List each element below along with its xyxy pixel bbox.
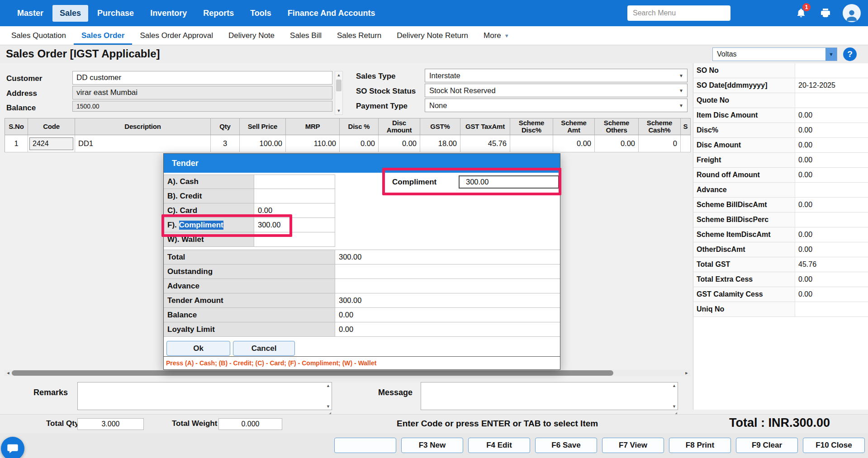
summary-row-value [795, 63, 868, 78]
subnav-tab-sales-bill[interactable]: Sales Bill [282, 26, 329, 45]
subnav-tab-sales-order[interactable]: Sales Order [74, 26, 132, 45]
payment-type-select[interactable]: None ▼ [425, 99, 688, 112]
subnav-tab-sales-order-approval[interactable]: Sales Order Approval [132, 26, 221, 45]
help-button[interactable]: ? [843, 47, 857, 61]
user-avatar[interactable] [843, 4, 861, 22]
chat-widget-button[interactable] [1, 437, 24, 458]
summary-row-value [795, 183, 868, 197]
footer-button-f6-save[interactable]: F6 Save [535, 438, 597, 453]
summary-row-label: Freight [693, 153, 795, 167]
cell-mrp[interactable]: 110.00 [286, 135, 340, 152]
cell-scheme-disc[interactable] [510, 135, 553, 152]
tender-shortcut-hint: Press (A) - Cash; (B) - Credit; (C) - Ca… [164, 356, 560, 369]
footer-button-empty[interactable] [334, 438, 396, 453]
column-header-scheme-cash: Scheme Cash% [639, 118, 681, 135]
cell-scheme-amt[interactable]: 0.00 [553, 135, 595, 152]
subnav-tab-label: Delivery Note [228, 31, 275, 40]
cell-disc-amount[interactable]: 0.00 [379, 135, 420, 152]
payment-type-label: Payment Type [356, 102, 408, 111]
tender-payment-value[interactable] [254, 232, 335, 247]
balance-field: 1500.00 [72, 101, 332, 112]
sales-type-select[interactable]: Interstate ▼ [425, 69, 688, 82]
scroll-down-icon[interactable]: ▼ [335, 107, 342, 114]
topnav-item-reports[interactable]: Reports [196, 5, 241, 22]
ok-button[interactable]: Ok [166, 341, 230, 356]
cell-s[interactable] [681, 135, 691, 152]
compliment-field-label: Compliment [392, 178, 436, 187]
item-code-input[interactable]: 2424 [29, 137, 73, 150]
topnav-item-tools[interactable]: Tools [243, 5, 279, 22]
footer-button-f8-print[interactable]: F8 Print [669, 438, 731, 453]
selected-text-highlight: Compliment [179, 221, 223, 230]
print-button[interactable] [818, 5, 833, 21]
tender-payment-row-b-credit[interactable]: B). Credit [164, 189, 335, 203]
tender-summary-label: Advance [164, 279, 335, 293]
scroll-up-icon[interactable]: ▲ [326, 383, 330, 388]
remarks-textarea[interactable]: ▲ ▼ ◢ [77, 382, 332, 410]
topnav-item-master[interactable]: Master [10, 5, 51, 22]
summary-row-scheme-itemdiscamt: Scheme ItemDiscAmt0.00 [693, 227, 868, 242]
subnav-tab-delivery-note[interactable]: Delivery Note [221, 26, 282, 45]
cell-disc[interactable]: 0.00 [340, 135, 379, 152]
topnav-item-inventory[interactable]: Inventory [143, 5, 194, 22]
topnav-right-cluster: 1 [627, 4, 861, 22]
compliment-amount-input[interactable] [459, 175, 559, 189]
scrollbar-thumb[interactable] [336, 80, 342, 91]
customer-name-field[interactable]: DD customer [72, 71, 332, 85]
total-qty-input[interactable] [77, 418, 144, 430]
scrollbar-thumb[interactable] [12, 370, 613, 376]
scroll-down-icon[interactable]: ▼ [326, 404, 330, 409]
scroll-up-icon[interactable]: ▲ [335, 71, 342, 79]
tender-payment-value[interactable]: 300.00 [254, 218, 335, 232]
customer-scrollbar[interactable]: ▲ ▼ [335, 71, 343, 115]
tender-summary-label: Outstanding [164, 264, 335, 279]
total-weight-input[interactable] [218, 418, 282, 430]
cell-qty[interactable]: 3 [211, 135, 240, 152]
scroll-left-arrow[interactable]: ◄ [5, 370, 12, 376]
topnav-item-finance-and-accounts[interactable]: Finance And Accounts [280, 5, 383, 22]
tender-payment-row-c-card[interactable]: C). Card0.00 [164, 203, 335, 218]
message-textarea[interactable]: ▲ ▼ ◢ [421, 382, 678, 410]
cell-code[interactable]: 2424 [28, 135, 75, 152]
column-header-scheme-others: Scheme Others [595, 118, 639, 135]
cancel-button[interactable]: Cancel [233, 341, 295, 356]
subnav-tab-sales-quotation[interactable]: Sales Quotation [4, 26, 74, 45]
cell-description[interactable]: DD1 [75, 135, 211, 152]
tender-summary-row-balance: Balance0.00 [164, 308, 560, 322]
order-summary-rows: SO NoSO Date[ddmmyyyy]20-12-2025Quote No… [693, 63, 868, 317]
cell-scheme-others[interactable]: 0.00 [595, 135, 639, 152]
notifications-button[interactable]: 1 [794, 5, 808, 21]
tender-payment-value[interactable] [254, 189, 335, 203]
tender-payment-row-w-wallet[interactable]: W). Wallet [164, 232, 335, 247]
footer-button-f7-view[interactable]: F7 View [602, 438, 664, 453]
subnav-tab-more[interactable]: More▼ [476, 26, 517, 45]
tender-payment-row-f-compliment[interactable]: F). Compliment300.00 [164, 218, 335, 232]
scroll-down-icon[interactable]: ▼ [672, 404, 676, 409]
scroll-up-icon[interactable]: ▲ [672, 383, 676, 388]
subnav-tab-delivery-note-return[interactable]: Delivery Note Return [389, 26, 476, 45]
cell-s-no[interactable]: 1 [5, 135, 28, 152]
footer-button-f9-clear[interactable]: F9 Clear [736, 438, 798, 453]
scroll-right-arrow[interactable]: ► [683, 370, 690, 376]
footer-button-f10-close[interactable]: F10 Close [803, 438, 865, 453]
search-menu-input[interactable] [627, 5, 730, 21]
tender-payment-value[interactable]: 0.00 [254, 203, 335, 218]
subnav-tab-sales-return[interactable]: Sales Return [329, 26, 389, 45]
topnav-item-sales[interactable]: Sales [52, 5, 88, 22]
topnav-item-purchase[interactable]: Purchase [90, 5, 141, 22]
so-stock-status-value: Stock Not Reserved [429, 86, 496, 95]
tender-payment-label: B). Credit [164, 189, 254, 203]
cell-gst[interactable]: 18.00 [420, 135, 460, 152]
tender-payment-value[interactable] [254, 175, 335, 189]
so-stock-status-select[interactable]: Stock Not Reserved ▼ [425, 84, 688, 97]
footer-button-f4-edit[interactable]: F4 Edit [468, 438, 530, 453]
horizontal-scrollbar[interactable]: ◄ ► [5, 370, 690, 376]
address-field[interactable]: virar east Mumbai [72, 86, 332, 99]
tender-payment-row-a-cash[interactable]: A). Cash [164, 175, 335, 189]
summary-row-otherdiscamt: OtherDiscAmt0.00 [693, 242, 868, 257]
cell-sell-price[interactable]: 100.00 [240, 135, 286, 152]
cell-gst-taxamt[interactable]: 45.76 [460, 135, 510, 152]
footer-button-f3-new[interactable]: F3 New [401, 438, 463, 453]
brand-dropdown[interactable]: Voltas ▼ [712, 47, 837, 61]
cell-scheme-cash[interactable]: 0 [639, 135, 681, 152]
